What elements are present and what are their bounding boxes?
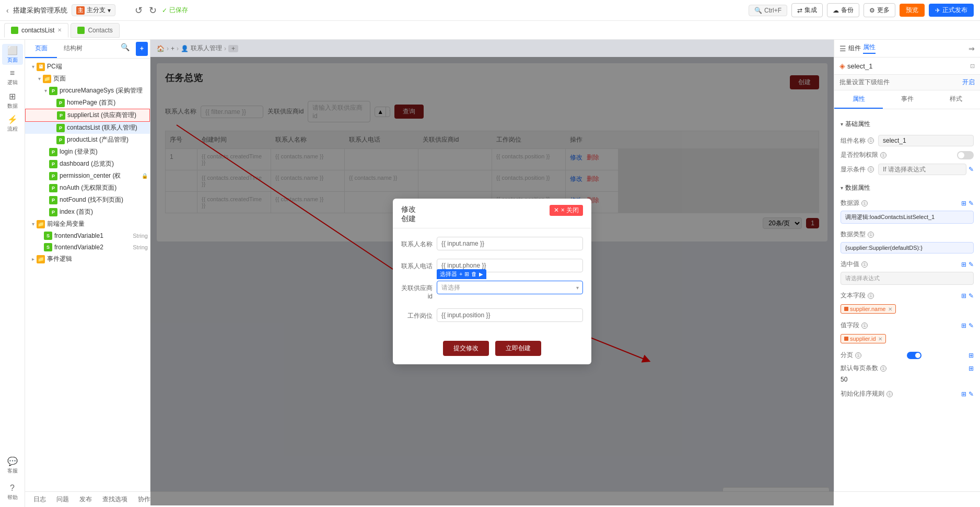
select-value-input[interactable]: 请选择表达式: [841, 272, 974, 285]
nav-data[interactable]: ⊞ 数据: [2, 90, 23, 111]
tree-item-event-logic[interactable]: ▸ 📁 事件逻辑: [25, 253, 150, 265]
sidebar-add-btn[interactable]: +: [136, 42, 148, 56]
right-panel-tab-attr[interactable]: 属性: [834, 90, 883, 109]
bottom-nav-find[interactable]: 查找选项: [102, 495, 127, 504]
text-field-edit-icon[interactable]: ✎: [969, 292, 974, 299]
tree-item-pc[interactable]: ▾ 🖥 PC端: [25, 61, 150, 73]
bottom-nav-publish[interactable]: 发布: [79, 495, 92, 504]
tree-item-notfound[interactable]: P notFound (找不到页面): [25, 194, 150, 206]
tree-item-procuremanagsys[interactable]: ▾ P procureManageSys (采购管理: [25, 85, 150, 97]
value-field-info[interactable]: ①: [861, 322, 868, 329]
supplier-id-remove[interactable]: ✕: [878, 336, 882, 342]
submit-button[interactable]: 提交修改: [443, 341, 489, 356]
tree-item-pages[interactable]: ▾ 📁 页面: [25, 73, 150, 85]
right-panel-collapse-icon[interactable]: ⇒: [969, 44, 975, 53]
nav-flow[interactable]: ⚡ 流程: [2, 113, 23, 134]
tab-contacts[interactable]: Contacts: [71, 23, 119, 38]
sort-rule-edit-icon[interactable]: ✎: [969, 390, 974, 398]
value-field-link-icon[interactable]: ⊞: [961, 322, 966, 329]
tab-close-contactslist[interactable]: ✕: [57, 27, 62, 33]
tree-item-fv1[interactable]: S frontendVariable1 String: [25, 230, 150, 241]
branch-selector[interactable]: 主 主分支 ▾: [72, 4, 115, 16]
select-value-edit-icon[interactable]: ✎: [969, 261, 974, 268]
tree-item-permission[interactable]: P permission_center (权 🔒: [25, 170, 150, 182]
condition-input[interactable]: [878, 164, 966, 175]
data-type-info[interactable]: ①: [868, 232, 874, 238]
text-field-info[interactable]: ①: [868, 293, 874, 299]
select-toolbar-copy[interactable]: ⊞: [464, 271, 469, 278]
tree-item-contactslist[interactable]: P contactsList (联系人管理): [25, 122, 150, 134]
tree-item-index[interactable]: P index (首页): [25, 206, 150, 218]
sort-rule-link-icon[interactable]: ⊞: [961, 390, 966, 398]
sidebar-search-btn[interactable]: 🔍: [116, 40, 134, 58]
integrate-button[interactable]: ⇄ 集成: [791, 3, 823, 17]
bottom-nav-issue[interactable]: 问题: [56, 495, 69, 504]
undo-button[interactable]: ↺: [134, 4, 144, 17]
auth-toggle[interactable]: [957, 151, 974, 159]
select-value-info[interactable]: ①: [861, 261, 868, 268]
search-shortcut[interactable]: 🔍 Ctrl+F: [749, 5, 787, 16]
right-panel-tab-style[interactable]: 样式: [931, 90, 980, 109]
preview-button[interactable]: 预览: [900, 4, 925, 17]
right-panel-tab-event[interactable]: 事件: [883, 90, 931, 109]
batch-set-action[interactable]: 开启: [962, 78, 975, 87]
sort-rule-info[interactable]: ①: [886, 391, 893, 397]
tree-item-homepage[interactable]: P homePage (首页): [25, 97, 150, 109]
condition-edit-icon[interactable]: ✎: [969, 166, 974, 173]
tree-item-fv2[interactable]: S frontendVariable2 String: [25, 241, 150, 253]
more-button[interactable]: ⚙ 更多: [864, 3, 895, 17]
copy-component-icon[interactable]: ⊡: [970, 63, 975, 70]
publish-button[interactable]: ✈ 正式发布: [929, 4, 974, 17]
tree-item-global-vars[interactable]: ▾ 📁 前端全局变量: [25, 218, 150, 230]
tree-arrow-pages[interactable]: ▾: [36, 76, 43, 82]
datasource-edit-icon[interactable]: ✎: [969, 200, 974, 207]
sidebar-tab-structure[interactable]: 结构树: [57, 40, 89, 58]
bottom-nav-collab[interactable]: 协作: [138, 495, 150, 504]
right-panel-attr-tab[interactable]: 属性: [863, 43, 876, 54]
nav-logic[interactable]: ≡ 逻辑: [2, 67, 23, 88]
breadcrumb-plus-2[interactable]: +: [228, 45, 238, 52]
page-size-link-icon[interactable]: ⊞: [969, 365, 974, 372]
form-input-name[interactable]: [437, 237, 583, 250]
create-now-button[interactable]: 立即创建: [495, 341, 541, 356]
tree-item-productlist[interactable]: P productList (产品管理): [25, 134, 150, 146]
data-props-arrow[interactable]: ▾: [841, 185, 843, 191]
pagination-link-icon[interactable]: ⊞: [969, 352, 974, 359]
component-name-input[interactable]: [878, 135, 974, 146]
tree-item-dashboard[interactable]: P dashboard (总览页): [25, 158, 150, 170]
tab-contactslist[interactable]: contactsList ✕: [4, 23, 68, 38]
text-field-link-icon[interactable]: ⊞: [961, 292, 966, 299]
condition-info[interactable]: ①: [868, 166, 874, 172]
redo-button[interactable]: ↻: [148, 4, 158, 17]
nav-help[interactable]: ? 帮助: [2, 482, 23, 503]
select-value-link-icon[interactable]: ⊞: [961, 261, 966, 268]
pagination-toggle[interactable]: [907, 352, 921, 359]
backup-button[interactable]: ☁ 备份: [827, 3, 859, 17]
select-toolbar-delete[interactable]: 🗑: [471, 271, 477, 277]
breadcrumb-plus-1[interactable]: +: [171, 45, 174, 52]
value-field-edit-icon[interactable]: ✎: [969, 322, 974, 329]
nav-pages[interactable]: ⬜ 页面: [2, 44, 23, 65]
tree-item-supplierlist[interactable]: P supplierList (供应商管理): [25, 109, 150, 122]
tree-item-noauth[interactable]: P noAuth (无权限页面): [25, 182, 150, 194]
select-toolbar-more[interactable]: ▶: [479, 271, 483, 277]
nav-customer-service[interactable]: 💬 客服: [2, 455, 23, 476]
tree-arrow-procuremanagsys[interactable]: ▾: [42, 88, 49, 94]
form-select-supplier[interactable]: 请选择: [437, 281, 583, 294]
form-input-position[interactable]: [437, 308, 583, 322]
datasource-info[interactable]: ①: [861, 200, 868, 206]
supplier-name-remove[interactable]: ✕: [888, 306, 892, 312]
sidebar-tab-pages[interactable]: 页面: [25, 40, 57, 58]
tree-arrow-event[interactable]: ▸: [29, 256, 37, 262]
bottom-nav-log[interactable]: 日志: [33, 495, 46, 504]
tree-arrow-global[interactable]: ▾: [29, 221, 37, 227]
auth-info[interactable]: ①: [880, 152, 886, 158]
back-button[interactable]: ‹: [6, 6, 9, 15]
datasource-link-icon[interactable]: ⊞: [961, 200, 966, 207]
select-toolbar-add[interactable]: +: [459, 271, 462, 277]
page-size-info[interactable]: ①: [880, 365, 886, 372]
tree-arrow-pc[interactable]: ▾: [29, 64, 37, 70]
basic-props-arrow[interactable]: ▾: [841, 121, 843, 127]
modal-close-btn[interactable]: ✕ × 关闭: [550, 205, 583, 216]
tree-item-login[interactable]: P login (登录页): [25, 146, 150, 158]
